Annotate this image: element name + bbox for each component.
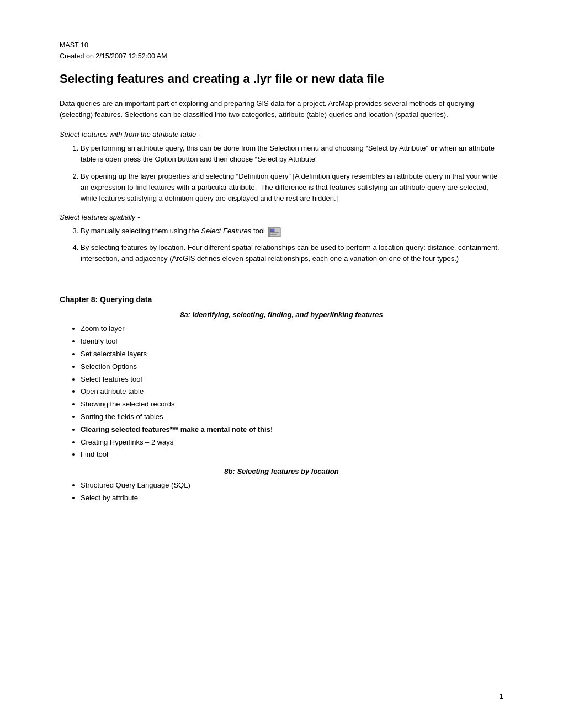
bullet-identify-tool: Identify tool xyxy=(81,337,118,345)
list-item: Selection Options xyxy=(81,361,503,373)
sub-heading-8a: 8a: Identifying, selecting, finding, and… xyxy=(60,311,503,319)
section1-heading: Select features with from the attribute … xyxy=(60,130,503,138)
bullet-set-selectable: Set selectable layers xyxy=(81,350,147,358)
bullet-find-tool: Find tool xyxy=(81,450,108,458)
bullet-clearing-features: Clearing selected features*** make a men… xyxy=(81,425,273,433)
list-item: Structured Query Language (SQL) xyxy=(81,480,503,491)
section2-list: By manually selecting them using the Sel… xyxy=(81,226,503,264)
meta-line1: MAST 10 xyxy=(60,40,503,51)
item3-text-after: tool xyxy=(251,227,267,235)
list-item: By manually selecting them using the Sel… xyxy=(81,226,503,237)
bullet-selection-options: Selection Options xyxy=(81,362,137,371)
page-number: 1 xyxy=(500,692,503,700)
list-item: Clearing selected features*** make a men… xyxy=(81,424,503,436)
bullet-open-attribute-table: Open attribute table xyxy=(81,387,144,395)
sub-heading-8b: 8b: Selecting features by location xyxy=(60,467,503,475)
page-title: Selecting features and creating a .lyr f… xyxy=(60,72,503,86)
list-item: Zoom to layer xyxy=(81,323,503,335)
select-features-icon xyxy=(268,227,280,237)
list-item: Showing the selected records xyxy=(81,399,503,410)
list-item: Select features tool xyxy=(81,374,503,386)
section1-list: By performing an attribute query, this c… xyxy=(81,143,503,204)
meta-line2: Created on 2/15/2007 12:52:00 AM xyxy=(60,51,503,62)
list-item: Open attribute table xyxy=(81,386,503,398)
bullet-zoom-layer: Zoom to layer xyxy=(81,324,124,333)
bullet-select-by-attribute: Select by attribute xyxy=(81,494,138,502)
bullet-select-features-tool: Select features tool xyxy=(81,375,142,383)
bullets-8b-list: Structured Query Language (SQL) Select b… xyxy=(81,480,503,504)
item1-text-before: By performing an attribute query, this c… xyxy=(81,144,431,152)
section2-heading: Select features spatially - xyxy=(60,213,503,221)
item1-bold: or xyxy=(431,144,438,152)
list-item: Identify tool xyxy=(81,336,503,347)
intro-paragraph: Data queries are an important part of ex… xyxy=(60,98,503,120)
bullet-creating-hyperlinks: Creating Hyperlinks – 2 ways xyxy=(81,438,173,446)
meta-info: MAST 10 Created on 2/15/2007 12:52:00 AM xyxy=(60,40,503,62)
list-item: By performing an attribute query, this c… xyxy=(81,143,503,165)
item3-text-before: By manually selecting them using the xyxy=(81,227,201,235)
item3-italic: Select Features xyxy=(201,227,251,235)
list-item: Creating Hyperlinks – 2 ways xyxy=(81,437,503,448)
bullet-showing-selected: Showing the selected records xyxy=(81,400,175,408)
bullet-sql: Structured Query Language (SQL) xyxy=(81,481,190,489)
list-item: Find tool xyxy=(81,449,503,461)
list-item: By selecting features by location. Four … xyxy=(81,242,503,264)
list-item: Set selectable layers xyxy=(81,349,503,360)
item2-text: By opening up the layer properties and s… xyxy=(81,172,497,202)
list-item: Select by attribute xyxy=(81,493,503,504)
page: MAST 10 Created on 2/15/2007 12:52:00 AM… xyxy=(0,0,563,728)
bullet-sorting-fields: Sorting the fields of tables xyxy=(81,413,163,421)
item4-text: By selecting features by location. Four … xyxy=(81,243,500,263)
list-item: Sorting the fields of tables xyxy=(81,411,503,423)
chapter-heading: Chapter 8: Querying data xyxy=(60,295,503,304)
bullets-8a-list: Zoom to layer Identify tool Set selectab… xyxy=(81,323,503,461)
svg-rect-1 xyxy=(270,229,274,232)
list-item: By opening up the layer properties and s… xyxy=(81,171,503,204)
